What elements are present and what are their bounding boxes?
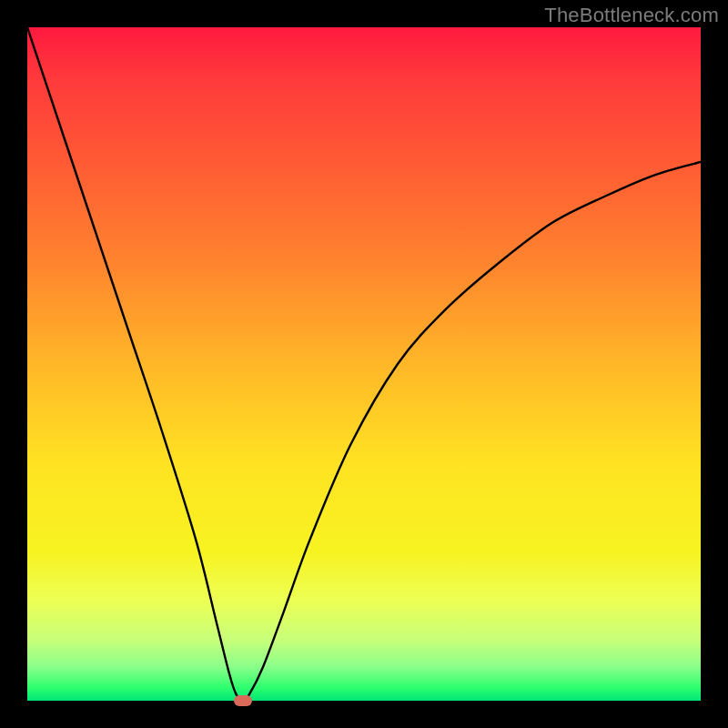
optimal-point-marker xyxy=(234,695,252,706)
chart-plot-area xyxy=(27,27,701,701)
watermark-text: TheBottleneck.com xyxy=(544,4,719,27)
bottleneck-curve xyxy=(27,27,701,701)
